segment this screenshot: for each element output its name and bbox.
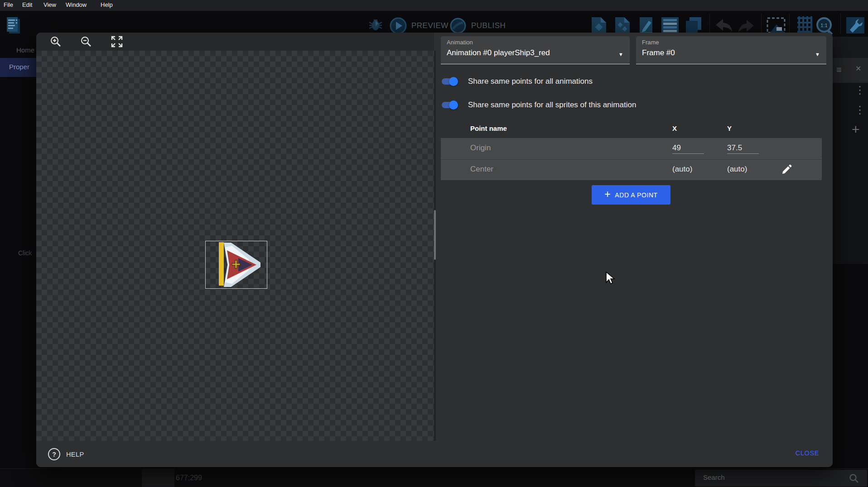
point-name-cell: Center — [470, 165, 493, 174]
toggle-label: Share same points for all animations — [468, 77, 593, 86]
toggle-label: Share same points for all sprites of thi… — [468, 100, 636, 110]
close-button[interactable]: CLOSE — [793, 449, 822, 457]
toggle-thumb — [449, 100, 458, 110]
fit-to-screen-icon[interactable] — [111, 36, 123, 48]
animation-select-value: Animation #0 playerShip3_red — [447, 48, 550, 57]
search-icon — [849, 473, 859, 483]
add-icon[interactable]: + — [852, 123, 860, 136]
debug-icon[interactable] — [368, 18, 383, 32]
mask-icon[interactable] — [766, 16, 786, 34]
instances-list-icon[interactable] — [660, 16, 680, 34]
edit-pencil-icon[interactable] — [781, 163, 793, 175]
layers-icon[interactable] — [683, 16, 706, 34]
menu-window[interactable]: Window — [66, 1, 87, 8]
add-a-point-label: ADD A POINT — [615, 191, 658, 199]
origin-y-field[interactable]: 37.5 — [727, 143, 759, 154]
table-row-origin: Origin 49 37.5 — [441, 138, 822, 159]
project-manager-icon[interactable] — [5, 16, 22, 35]
tab-properties[interactable]: Proper — [0, 58, 36, 77]
undo-icon[interactable] — [714, 18, 736, 33]
status-bar: 677;299 — [0, 468, 868, 487]
table-row-center: Center (auto) (auto) — [441, 159, 822, 180]
objects-list-icon[interactable] — [612, 16, 635, 34]
frame-select[interactable]: Frame Frame #0 ▼ — [636, 36, 826, 64]
menu-bar: File Edit View Window Help — [0, 0, 868, 11]
sprite-canvas[interactable] — [36, 51, 434, 441]
application-window: File Edit View Window Help P — [0, 0, 868, 487]
frame-select-value: Frame #0 — [642, 48, 675, 57]
tab-properties-label: Proper — [9, 63, 29, 71]
new-object-icon[interactable] — [589, 16, 612, 34]
right-panel-strip: ⋮ ⋮ + — [833, 83, 868, 264]
chevron-down-icon: ▼ — [618, 52, 623, 57]
column-header-point-name: Point name — [470, 124, 507, 132]
help-label: HELP — [66, 451, 84, 458]
hint-text: Click — [18, 249, 32, 257]
center-x-value: (auto) — [672, 165, 704, 174]
help-button[interactable]: ? HELP — [45, 448, 87, 461]
more-options-icon[interactable]: ⋮ — [854, 105, 865, 115]
scrollbar-thumb[interactable] — [434, 210, 436, 260]
right-tabstrip — [833, 37, 868, 58]
share-points-all-animations-row: Share same points for all animations — [441, 76, 593, 87]
search-box[interactable] — [695, 470, 867, 487]
toolbar-separator — [761, 14, 762, 33]
publish-label: PUBLISH — [471, 21, 506, 30]
toggle-thumb — [449, 77, 458, 86]
play-icon — [390, 17, 407, 34]
menu-help[interactable]: Help — [101, 1, 113, 8]
menu-edit[interactable]: Edit — [22, 1, 32, 8]
canvas-scrollbar — [434, 51, 436, 441]
origin-x-field[interactable]: 49 — [672, 143, 704, 154]
column-header-x: X — [672, 124, 677, 132]
panel-close-icon[interactable]: ✕ — [855, 65, 861, 72]
preview-label: PREVIEW — [411, 21, 448, 30]
column-header-y: Y — [727, 124, 732, 132]
mouse-cursor — [605, 272, 615, 285]
points-table-header: Point name X Y — [441, 121, 822, 138]
toolbar-separator — [840, 14, 841, 33]
origin-point-marker[interactable] — [231, 260, 241, 269]
point-name-cell: Origin — [470, 143, 491, 153]
menu-file[interactable]: File — [4, 1, 13, 8]
zoom-in-icon[interactable] — [50, 36, 62, 48]
share-points-all-sprites-row: Share same points for all sprites of thi… — [441, 100, 636, 110]
share-points-all-sprites-toggle[interactable] — [441, 100, 458, 110]
toolbar-separator — [709, 14, 710, 33]
filter-icon[interactable]: ≡ — [836, 65, 842, 74]
dialog-footer: ? HELP CLOSE — [36, 441, 833, 467]
plus-icon: + — [604, 189, 611, 200]
center-y-value: (auto) — [727, 165, 759, 174]
menu-view[interactable]: View — [43, 1, 56, 8]
frame-select-label: Frame — [642, 39, 659, 46]
edit-icon[interactable] — [636, 16, 659, 34]
redo-icon[interactable] — [736, 18, 757, 33]
share-points-all-animations-toggle[interactable] — [441, 76, 458, 87]
points-editor-dialog: Animation Animation #0 playerShip3_red ▼… — [36, 33, 833, 467]
tools-icon[interactable] — [845, 16, 865, 34]
animation-select-label: Animation — [447, 39, 473, 46]
sprite-bounding-box — [205, 241, 267, 289]
animation-select[interactable]: Animation Animation #0 playerShip3_red ▼ — [441, 36, 630, 64]
tab-home[interactable]: Home — [16, 46, 34, 54]
more-options-icon[interactable]: ⋮ — [854, 85, 865, 95]
search-input[interactable] — [702, 473, 840, 482]
cursor-coordinates: 677;299 — [176, 474, 202, 482]
chevron-down-icon: ▼ — [815, 52, 820, 57]
publish-button[interactable]: PUBLISH — [449, 17, 506, 34]
zoom-out-icon[interactable] — [80, 36, 92, 48]
toolbar-separator — [789, 14, 790, 33]
canvas-toolbar — [36, 33, 434, 51]
preview-button[interactable]: PREVIEW — [390, 17, 448, 34]
add-a-point-button[interactable]: + ADD A POINT — [592, 185, 670, 205]
publish-globe-icon — [449, 17, 467, 34]
status-segment — [142, 469, 174, 487]
right-panel-header: ≡ ✕ — [833, 58, 868, 83]
help-icon: ? — [48, 448, 60, 460]
svg-text:1:1: 1:1 — [820, 23, 827, 28]
